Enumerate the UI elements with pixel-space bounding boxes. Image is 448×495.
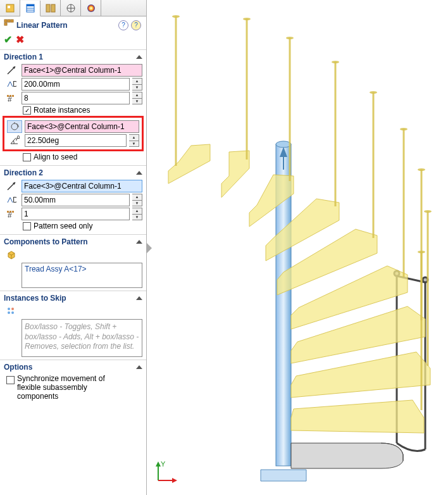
direction1-spacing-input[interactable]: 200.00mm [22, 78, 130, 91]
checkbox-checked-icon: ✓ [23, 106, 31, 115]
svg-rect-13 [8, 20, 10, 22]
reverse-direction1-icon[interactable] [4, 64, 19, 77]
spacing-d2-icon: D2 [4, 194, 19, 206]
angle-icon: A [7, 134, 22, 147]
tab-dimxpert[interactable] [61, 0, 81, 16]
direction1-section: Direction 1 Face<1>@Central Column-1 D1 … [0, 49, 146, 165]
component-item[interactable]: Tread Assy A<17> [25, 265, 139, 273]
svg-point-57 [286, 37, 294, 39]
svg-text:Y: Y [161, 460, 166, 468]
direction1-count-input[interactable]: 8 [22, 92, 130, 104]
ok-cancel-row: ✔ ✖ [0, 32, 146, 49]
align-to-seed-checkbox[interactable]: Align to seed [23, 153, 142, 161]
checkbox-unchecked-icon [23, 153, 31, 161]
svg-text:D2: D2 [13, 196, 16, 204]
components-section: Components to Pattern Tread Assy A<17> [0, 234, 146, 291]
svg-text:A: A [16, 135, 20, 142]
components-header[interactable]: Components to Pattern [4, 237, 142, 247]
instances-to-skip-section: Instances to Skip Box/lasso - Toggles, S… [0, 291, 146, 360]
svg-rect-14 [11, 20, 13, 22]
tab-config-manager[interactable] [40, 0, 61, 16]
graphics-viewport[interactable]: Y [147, 0, 448, 495]
svg-rect-7 [51, 4, 55, 12]
collapse-chevron-icon [136, 55, 142, 59]
svg-point-31 [11, 311, 14, 314]
svg-marker-61 [156, 461, 161, 467]
instances-to-skip-header[interactable]: Instances to Skip [4, 294, 142, 304]
tab-display-manager[interactable] [81, 0, 101, 16]
feature-title-row: Linear Pattern ? ? [0, 16, 146, 32]
svg-point-28 [8, 308, 10, 310]
svg-rect-26 [12, 211, 14, 213]
direction1-edge-input[interactable]: Face<1>@Central Column-1 [22, 64, 142, 77]
linear-pattern-icon [4, 19, 14, 31]
ok-button[interactable]: ✔ [4, 34, 12, 46]
svg-rect-1 [8, 6, 10, 8]
rotation-angle-input[interactable]: 22.50deg [25, 134, 127, 147]
svg-point-29 [11, 308, 14, 310]
count-d2-icon: # [4, 208, 19, 220]
rotation-angle-spinner[interactable]: ▲▼ [129, 134, 139, 147]
help-icon[interactable]: ? [131, 20, 141, 30]
cancel-button[interactable]: ✖ [16, 34, 24, 46]
rotation-axis-icon[interactable] [7, 120, 22, 133]
pattern-seed-only-label: Pattern seed only [34, 222, 92, 230]
align-to-seed-label: Align to seed [34, 153, 77, 161]
svg-point-53 [418, 168, 425, 171]
direction2-title: Direction 2 [4, 168, 43, 177]
direction1-spacing-spinner[interactable]: ▲▼ [132, 78, 142, 91]
model-preview [147, 0, 448, 495]
sync-flexible-label: Synchronize movement of flexible subasse… [17, 374, 125, 401]
direction1-count-spinner[interactable]: ▲▼ [132, 92, 142, 104]
direction2-count-spinner[interactable]: ▲▼ [132, 208, 142, 220]
svg-rect-19 [12, 95, 14, 97]
svg-point-59 [172, 15, 180, 18]
tab-property-manager[interactable] [20, 1, 40, 16]
spacing-d1-icon: D1 [4, 78, 19, 91]
collapse-chevron-icon [136, 171, 142, 175]
svg-point-56 [332, 61, 339, 63]
pattern-seed-only-checkbox[interactable]: Pattern seed only [23, 222, 142, 230]
checkbox-unchecked-icon [6, 376, 15, 384]
direction1-header[interactable]: Direction 1 [4, 53, 142, 63]
direction2-spacing-input[interactable]: 50.00mm [22, 194, 130, 206]
panel-splitter-handle[interactable] [147, 241, 153, 258]
components-listbox[interactable]: Tread Assy A<17> [22, 263, 142, 288]
svg-rect-6 [46, 4, 50, 12]
components-title: Components to Pattern [4, 237, 88, 246]
direction2-header[interactable]: Direction 2 [4, 168, 142, 179]
reverse-direction2-icon[interactable] [4, 180, 19, 192]
collapse-chevron-icon [136, 240, 142, 244]
feature-title: Linear Pattern [16, 21, 117, 30]
tab-feature-tree[interactable] [0, 0, 20, 16]
collapse-chevron-icon [136, 296, 142, 300]
direction2-count-input[interactable]: 1 [22, 208, 130, 220]
svg-marker-63 [172, 478, 177, 483]
direction2-edge-input[interactable]: Face<3>@Central Column-1 [22, 180, 142, 192]
help-previous-icon[interactable]: ? [118, 20, 128, 30]
svg-marker-32 [261, 470, 306, 481]
sync-flexible-checkbox[interactable]: Synchronize movement of flexible subasse… [6, 374, 142, 401]
svg-point-54 [400, 128, 408, 130]
highlighted-rotation-group: Face<3>@Central Column-1 A 22.50deg ▲▼ [3, 116, 144, 151]
svg-text:D1: D1 [13, 80, 16, 89]
svg-point-34 [276, 141, 291, 147]
rotate-instances-label: Rotate instances [34, 106, 90, 115]
rotate-instances-checkbox[interactable]: ✓ Rotate instances [23, 106, 142, 115]
svg-point-52 [424, 210, 432, 213]
direction2-section: Direction 2 Face<3>@Central Column-1 D2 … [0, 165, 146, 234]
property-manager-panel: Linear Pattern ? ? ✔ ✖ Direction 1 Face<… [0, 0, 147, 495]
rotation-axis-input[interactable]: Face<3>@Central Column-1 [25, 120, 139, 133]
instances-to-skip-hint: Box/lasso - Toggles, Shift + box/lasso -… [25, 322, 139, 351]
svg-point-58 [243, 18, 251, 20]
component-icon [4, 249, 19, 261]
direction2-spacing-spinner[interactable]: ▲▼ [132, 194, 142, 206]
count-d1-icon: # [4, 92, 19, 104]
svg-text:#: # [8, 95, 12, 103]
svg-rect-12 [4, 20, 7, 22]
instances-to-skip-listbox[interactable]: Box/lasso - Toggles, Shift + box/lasso -… [22, 319, 142, 357]
orientation-triad[interactable]: Y [153, 460, 178, 487]
options-title: Options [4, 363, 32, 372]
direction1-title: Direction 1 [4, 53, 43, 61]
options-header[interactable]: Options [4, 363, 142, 373]
